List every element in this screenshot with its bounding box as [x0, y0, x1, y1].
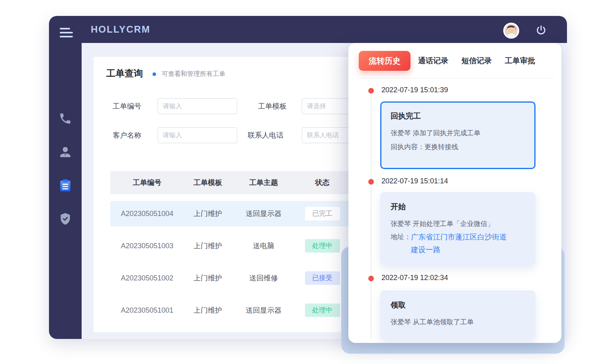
status-badge: 已完工: [305, 207, 340, 220]
page-title: 工单查询: [106, 67, 143, 80]
hamburger-menu-button[interactable]: [60, 28, 73, 38]
power-button[interactable]: [535, 24, 547, 36]
sidebar: [49, 43, 82, 339]
app-logo: HOLLYCRM: [91, 16, 151, 43]
sidebar-item-workorders[interactable]: [57, 177, 73, 193]
tab-workorder-approval[interactable]: 工单审批: [505, 56, 535, 66]
address-row: 地址： 广东省江门市蓬江区白沙街道建设一路: [391, 231, 525, 256]
timeline-dot: [368, 276, 374, 281]
header-subject: 工单主题: [232, 178, 295, 187]
sidebar-item-customers[interactable]: [57, 144, 73, 160]
top-bar: HOLLYCRM: [49, 16, 567, 43]
timeline-dot: [368, 88, 374, 93]
timeline-dot: [368, 179, 374, 185]
timeline-timestamp: 2022-07-19 15:01:39: [381, 86, 448, 94]
timeline-card-start[interactable]: 开始 张爱琴 开始处理工单「企业微信」 地址： 广东省江门市蓬江区白沙街道建设一…: [380, 192, 536, 265]
header-template: 工单模板: [184, 178, 232, 187]
header-status: 状态: [295, 178, 349, 187]
tab-circulation-history[interactable]: 流转历史: [359, 51, 410, 71]
tab-call-records[interactable]: 通话记录: [418, 56, 448, 66]
header-workorder-id: 工单编号: [110, 178, 184, 187]
user-avatar[interactable]: [503, 23, 519, 39]
clipboard-icon: [58, 178, 72, 193]
power-icon: [535, 24, 547, 36]
status-badge: 已接受: [305, 271, 340, 285]
field-label-workorder-id: 工单编号: [113, 98, 141, 114]
hamburger-icon: [60, 28, 73, 37]
field-label-customer: 客户名称: [113, 127, 141, 143]
field-label-template: 工单模板: [258, 98, 287, 114]
table-row[interactable]: A202305051003 上门维护 送电脑 处理中: [110, 233, 349, 259]
timeline-line: [371, 94, 371, 338]
title-dot: [152, 72, 156, 76]
workorder-id-input[interactable]: [158, 98, 237, 114]
avatar-image: [503, 23, 519, 39]
tab-sms-records[interactable]: 短信记录: [461, 56, 492, 66]
table-row[interactable]: A202305051002 上门维护 送回维修 已接受: [110, 265, 349, 291]
phone-icon: [59, 112, 72, 125]
person-icon: [58, 145, 72, 159]
sidebar-item-security[interactable]: [57, 211, 73, 227]
detail-tabs: 流转历史 通话记录 短信记录 工单审批: [359, 51, 553, 71]
table-header: 工单编号 工单模板 工单主题 状态: [110, 171, 349, 194]
timeline-timestamp: 2022-07-19 15:01:14: [381, 177, 448, 185]
sidebar-nav: [49, 111, 82, 227]
page-head: 工单查询 可查看和管理所有工单: [106, 67, 225, 80]
status-badge: 处理中: [305, 304, 340, 317]
page-subtitle: 可查看和管理所有工单: [162, 70, 225, 78]
status-badge: 处理中: [305, 239, 340, 253]
field-label-contact-phone: 联系人电话: [248, 127, 283, 143]
customer-name-input[interactable]: [158, 127, 237, 143]
shield-check-icon: [59, 212, 72, 226]
address-label: 地址：: [391, 231, 411, 256]
address-link[interactable]: 广东省江门市蓬江区白沙街道建设一路: [411, 231, 511, 256]
sidebar-item-calls[interactable]: [57, 111, 73, 127]
workorder-detail-panel: 流转历史 通话记录 短信记录 工单审批 2022-07-19 15:01:39 …: [348, 43, 561, 343]
workorder-query-card: 工单查询 可查看和管理所有工单 工单编号 工单模板 客户名称 联系人电话 工单编…: [94, 57, 349, 332]
timeline-card-completed[interactable]: 回执完工 张爱琴 添加了回执并完成工单 回执内容：更换转接线: [380, 101, 536, 169]
table-row[interactable]: A202305051004 上门维护 送回显示器 已完工: [110, 201, 349, 226]
timeline-timestamp: 2022-07-19 12:02:34: [381, 274, 448, 282]
tabs-divider: [359, 78, 554, 78]
timeline-card-claimed[interactable]: 领取 张爱琴 从工单池领取了工单: [380, 290, 536, 339]
workorder-table: 工单编号 工单模板 工单主题 状态 A202305051004 上门维护 送回显…: [110, 171, 349, 323]
table-row[interactable]: A202305051001 上门维护 送回显示器 处理中: [110, 298, 349, 323]
